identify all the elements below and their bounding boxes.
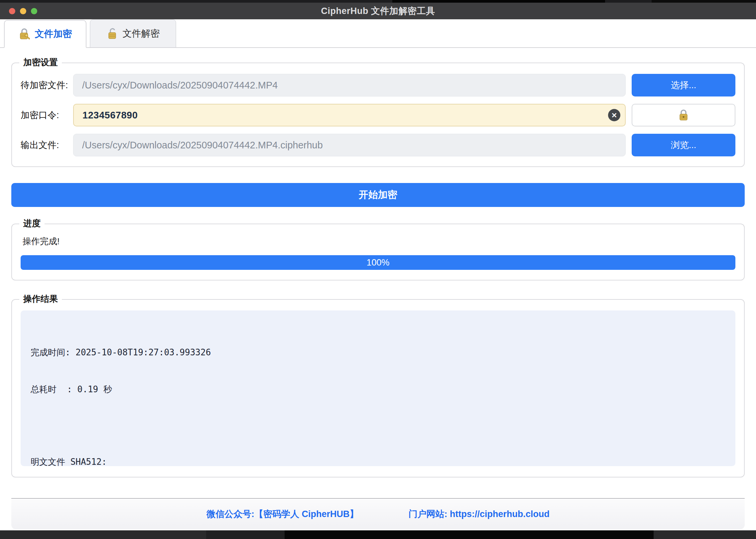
background-window-segment [206, 530, 285, 539]
result-blank-line [31, 420, 725, 431]
result-finish-time: 完成时间: 2025-10-08T19:27:03.993326 [31, 346, 725, 359]
result-legend: 操作结果 [19, 293, 62, 305]
start-encrypt-button[interactable]: 开始加密 [11, 183, 745, 207]
tab-bar: 文件加密 文件解密 [0, 19, 756, 48]
result-plain-hash-label: 明文文件 SHA512: [31, 456, 725, 466]
lock-icon [678, 109, 689, 121]
tab-file-encrypt-label: 文件加密 [35, 28, 72, 40]
clear-password-icon[interactable]: ✕ [608, 109, 620, 121]
background-top-strip [0, 0, 756, 3]
portal-url-link[interactable]: https://cipherhub.cloud [450, 509, 550, 519]
progress-group: 进度 操作完成! 100% [11, 224, 745, 280]
progress-percent-label: 100% [366, 258, 389, 268]
input-file-label: 待加密文件: [21, 79, 73, 91]
titlebar: CipherHub 文件加解密工具 [0, 3, 756, 19]
password-row: 加密口令: ✕ [21, 104, 735, 126]
output-file-label: 输出文件: [21, 139, 73, 151]
tab-file-decrypt-label: 文件解密 [123, 27, 160, 40]
footer: 微信公众号:【密码学人 CipherHUB】 门户网站: https://cip… [11, 498, 745, 529]
result-output-area[interactable]: 完成时间: 2025-10-08T19:27:03.993326 总耗时 : 0… [21, 310, 735, 466]
window-title: CipherHub 文件加解密工具 [0, 5, 756, 17]
locked-with-key-icon [19, 28, 31, 40]
portal-text: 门户网站: https://cipherhub.cloud [409, 508, 550, 520]
encrypt-settings-legend: 加密设置 [19, 57, 62, 68]
background-window-segment [652, 0, 756, 3]
result-elapsed: 总耗时 : 0.19 秒 [31, 383, 725, 396]
portal-label: 门户网站: [409, 509, 447, 519]
output-file-field[interactable] [73, 134, 626, 156]
progress-status-text: 操作完成! [23, 236, 735, 247]
result-group: 操作结果 完成时间: 2025-10-08T19:27:03.993326 总耗… [11, 299, 745, 477]
background-bottom-strip [0, 530, 756, 539]
progress-bar: 100% [21, 255, 735, 270]
output-file-row: 输出文件: 浏览... [21, 134, 735, 156]
progress-fill: 100% [21, 255, 735, 270]
background-window-segment [285, 530, 654, 539]
toggle-password-visibility-button[interactable] [632, 104, 735, 126]
tab-file-decrypt[interactable]: 文件解密 [90, 19, 176, 47]
password-label: 加密口令: [21, 109, 73, 121]
browse-output-button[interactable]: 浏览... [632, 134, 735, 156]
progress-legend: 进度 [19, 218, 45, 229]
choose-file-button[interactable]: 选择... [632, 74, 735, 96]
password-field[interactable] [73, 104, 626, 126]
wechat-account-text: 微信公众号:【密码学人 CipherHUB】 [206, 508, 359, 520]
encrypt-settings-group: 加密设置 待加密文件: 选择... 加密口令: ✕ [11, 63, 745, 167]
input-file-row: 待加密文件: 选择... [21, 74, 735, 96]
unlocked-icon [106, 27, 118, 40]
input-file-field[interactable] [73, 74, 626, 96]
tab-file-encrypt[interactable]: 文件加密 [4, 20, 86, 48]
encrypt-pane: 加密设置 待加密文件: 选择... 加密口令: ✕ [0, 48, 756, 529]
background-window-segment [392, 0, 605, 3]
